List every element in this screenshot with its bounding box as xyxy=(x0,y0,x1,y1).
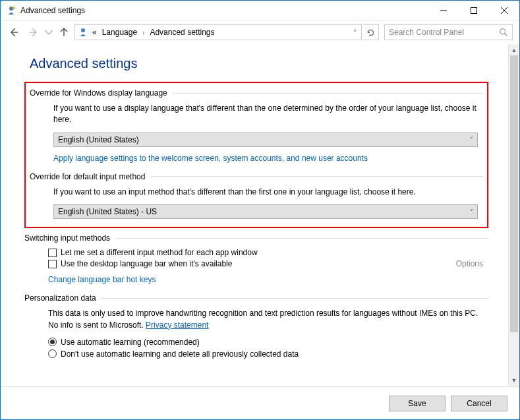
search-placeholder: Search Control Panel xyxy=(389,28,499,37)
control-panel-icon xyxy=(78,27,88,38)
breadcrumb-chevrons[interactable]: « xyxy=(91,28,98,37)
input-method-combo[interactable]: English (United States) - US ˅ xyxy=(53,204,478,219)
group-header-display: Override for Windows display language xyxy=(30,88,483,98)
forward-button[interactable] xyxy=(24,23,43,42)
app-icon xyxy=(6,5,16,16)
breadcrumb-language[interactable]: Language xyxy=(101,28,138,37)
personal-desc: This data is only used to improve handwr… xyxy=(48,308,483,331)
search-input[interactable]: Search Control Panel xyxy=(384,24,513,40)
no-learning-radio[interactable] xyxy=(48,349,57,358)
chevron-down-icon: ˅ xyxy=(470,136,473,143)
display-desc: If you want to use a display language th… xyxy=(53,103,478,126)
search-icon xyxy=(499,28,508,37)
navbar: « Language › Advanced settings ˅ Search … xyxy=(1,20,519,44)
display-language-combo[interactable]: English (United States) ˅ xyxy=(53,133,478,147)
minimize-button[interactable] xyxy=(428,1,459,20)
group-title-switch: Switching input methods xyxy=(24,233,115,243)
group-header-input: Override for default input method xyxy=(30,172,483,181)
privacy-link[interactable]: Privacy statement xyxy=(146,320,208,330)
display-language-value: English (United States) xyxy=(58,135,470,144)
maximize-button[interactable] xyxy=(459,1,489,20)
apply-welcome-link[interactable]: Apply language settings to the welcome s… xyxy=(53,154,478,163)
address-dropdown-icon[interactable]: ˅ xyxy=(351,29,359,36)
breadcrumb-separator-icon: › xyxy=(141,29,146,36)
no-learning-label: Don't use automatic learning and delete … xyxy=(61,349,299,359)
hotkeys-link[interactable]: Change language bar hot keys xyxy=(48,275,156,284)
address-bar[interactable]: « Language › Advanced settings ˅ xyxy=(74,24,362,40)
page-title: Advanced settings xyxy=(30,56,488,71)
svg-rect-3 xyxy=(471,7,477,13)
recent-dropdown[interactable] xyxy=(44,23,53,42)
svg-line-11 xyxy=(505,34,507,36)
group-header-switch: Switching input methods xyxy=(24,233,488,243)
auto-learning-radio[interactable] xyxy=(48,338,57,346)
scroll-thumb[interactable] xyxy=(510,55,518,332)
cancel-button[interactable]: Cancel xyxy=(451,396,507,411)
langbar-options-link[interactable]: Options xyxy=(456,259,483,268)
scroll-down-button[interactable]: ▼ xyxy=(509,375,519,386)
back-button[interactable] xyxy=(5,23,23,42)
group-title-display: Override for Windows display language xyxy=(30,88,173,98)
input-desc: If you want to use an input method that'… xyxy=(53,187,478,198)
scroll-up-button[interactable]: ▲ xyxy=(509,44,519,55)
save-button[interactable]: Save xyxy=(389,396,446,411)
chevron-down-icon: ˅ xyxy=(470,208,473,216)
group-title-input: Override for default input method xyxy=(30,172,150,181)
per-app-input-label: Let me set a different input method for … xyxy=(61,248,258,257)
vertical-scrollbar[interactable]: ▲ ▼ xyxy=(508,44,519,386)
svg-point-9 xyxy=(81,28,85,32)
footer: Save Cancel xyxy=(1,386,519,419)
desktop-langbar-checkbox[interactable] xyxy=(48,260,57,268)
group-header-personal: Personalization data xyxy=(24,293,488,303)
titlebar: Advanced settings xyxy=(1,1,519,20)
personal-desc-text: This data is only used to improve handwr… xyxy=(48,309,478,329)
input-method-value: English (United States) - US xyxy=(58,207,470,216)
content-area: Advanced settings Override for Windows d… xyxy=(1,44,508,386)
up-button[interactable] xyxy=(55,23,73,42)
window-title: Advanced settings xyxy=(20,6,85,15)
close-button[interactable] xyxy=(489,1,519,20)
highlight-box: Override for Windows display language If… xyxy=(24,82,488,228)
desktop-langbar-label: Use the desktop language bar when it's a… xyxy=(61,259,232,268)
per-app-input-checkbox[interactable] xyxy=(48,249,57,257)
svg-point-1 xyxy=(13,7,15,9)
breadcrumb-advanced[interactable]: Advanced settings xyxy=(148,28,216,37)
svg-point-10 xyxy=(500,29,506,34)
refresh-button[interactable] xyxy=(363,24,379,40)
group-title-personal: Personalization data xyxy=(24,293,101,303)
auto-learning-label: Use automatic learning (recommended) xyxy=(61,338,200,347)
